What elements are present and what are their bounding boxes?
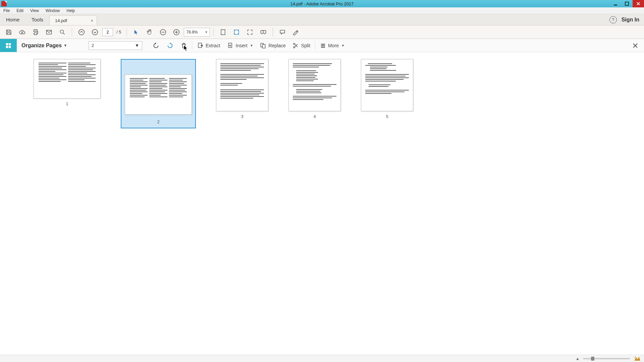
thumbnail-4[interactable]: 4: [288, 59, 341, 119]
split-label: Split: [301, 43, 310, 48]
zoom-value: 78.8%: [186, 30, 198, 35]
svg-rect-12: [9, 43, 11, 45]
organize-title-label: Organize Pages: [21, 43, 62, 49]
page-thumbnail[interactable]: [288, 59, 341, 111]
svg-rect-15: [198, 43, 202, 47]
acrobat-app-icon: [1, 1, 7, 6]
organize-page-select[interactable]: 2 ▼: [89, 41, 142, 50]
organize-panel-icon[interactable]: [0, 39, 17, 52]
svg-rect-11: [6, 43, 8, 45]
menu-file[interactable]: File: [0, 7, 13, 14]
separator: [126, 28, 127, 37]
thumbnail-5[interactable]: 5: [361, 59, 413, 119]
organize-toolbar: Organize Pages ▼ 2 ▼ Extract Insert ▼ Re…: [0, 39, 644, 52]
thumbnail-number: 3: [241, 114, 243, 119]
insert-button[interactable]: Insert ▼: [224, 40, 257, 51]
zoom-out-small-icon[interactable]: ▲: [576, 356, 580, 361]
svg-point-3: [60, 30, 63, 33]
page-thumbnail[interactable]: [34, 59, 101, 99]
save-icon[interactable]: [3, 27, 15, 38]
svg-point-24: [635, 357, 636, 358]
svg-rect-23: [321, 47, 325, 47]
document-tab[interactable]: 14.pdf ×: [49, 15, 97, 25]
extract-button[interactable]: Extract: [194, 40, 224, 51]
svg-rect-21: [321, 44, 325, 44]
fullscreen-icon[interactable]: [244, 27, 256, 38]
chevron-down-icon: ▼: [205, 31, 208, 34]
svg-point-5: [92, 29, 98, 35]
hand-tool-icon[interactable]: [144, 27, 156, 38]
organize-page-select-value: 2: [92, 43, 94, 48]
thumbnail-number: 2: [157, 119, 159, 124]
more-button[interactable]: More ▼: [317, 40, 348, 51]
page-number-input[interactable]: [102, 28, 113, 36]
cloud-upload-icon[interactable]: [16, 27, 28, 38]
thumbnail-number: 5: [386, 114, 388, 119]
menu-edit[interactable]: Edit: [13, 7, 27, 14]
titlebar: 14.pdf - Adobe Acrobat Pro 2017: [0, 0, 644, 7]
thumbnail-area[interactable]: 1 2: [0, 52, 644, 355]
minimize-button[interactable]: [610, 0, 621, 7]
chevron-down-icon: ▼: [135, 43, 139, 48]
sign-in-link[interactable]: Sign In: [622, 17, 639, 23]
rotate-cw-button[interactable]: [163, 40, 177, 51]
page-thumbnail[interactable]: [216, 59, 268, 111]
thumbnail-2-selected[interactable]: 2: [121, 59, 196, 128]
help-icon[interactable]: ?: [609, 16, 617, 23]
zoom-in-icon[interactable]: [170, 27, 182, 38]
page-total-label: / 5: [116, 29, 121, 35]
menu-window[interactable]: Window: [42, 7, 63, 14]
comment-icon[interactable]: [276, 27, 288, 38]
print-icon[interactable]: [30, 27, 42, 38]
thumbnail-number: 4: [313, 114, 316, 119]
svg-point-4: [79, 29, 85, 35]
main-toolbar: / 5 78.8% ▼: [0, 25, 644, 39]
split-button[interactable]: Split: [289, 40, 314, 51]
svg-rect-8: [221, 29, 225, 35]
window-title: 14.pdf - Adobe Acrobat Pro 2017: [290, 1, 354, 6]
svg-rect-13: [6, 46, 8, 48]
insert-label: Insert: [236, 43, 248, 48]
email-icon[interactable]: [43, 27, 55, 38]
organize-title-dropdown[interactable]: Organize Pages ▼: [17, 43, 72, 49]
separator: [192, 41, 192, 50]
replace-button[interactable]: Replace: [256, 40, 289, 51]
separator: [273, 28, 273, 37]
thumbnail-zoom-slider[interactable]: [583, 358, 630, 359]
search-icon[interactable]: [56, 27, 68, 38]
selection-tool-icon[interactable]: [130, 27, 142, 38]
svg-rect-1: [625, 2, 629, 5]
close-button[interactable]: [633, 0, 644, 7]
highlight-icon[interactable]: [290, 27, 302, 38]
zoom-out-icon[interactable]: [157, 27, 169, 38]
separator: [72, 28, 72, 37]
tab-home[interactable]: Home: [0, 14, 25, 25]
thumbnail-1[interactable]: 1: [34, 59, 101, 106]
document-tab-close-icon[interactable]: ×: [91, 18, 93, 23]
slider-handle[interactable]: [591, 357, 594, 361]
zoom-select[interactable]: 78.8% ▼: [184, 28, 210, 37]
delete-page-button[interactable]: [177, 40, 191, 51]
prev-page-icon[interactable]: [75, 27, 88, 38]
page-thumbnail[interactable]: [125, 74, 192, 115]
page-thumbnail[interactable]: [361, 59, 413, 111]
tab-tools[interactable]: Tools: [25, 14, 49, 25]
rotate-ccw-button[interactable]: [149, 40, 163, 51]
more-label: More: [328, 43, 339, 48]
chevron-down-icon: ▼: [250, 44, 253, 47]
statusbar: ▲: [0, 355, 644, 362]
corner-decoration: [633, 356, 641, 362]
fit-page-icon[interactable]: [230, 27, 243, 38]
menu-help[interactable]: Help: [63, 7, 78, 14]
tabstrip: Home Tools 14.pdf × ? Sign In: [0, 14, 644, 25]
organize-close-button[interactable]: [629, 39, 642, 52]
svg-rect-0: [614, 5, 617, 5]
next-page-icon[interactable]: [89, 27, 101, 38]
menu-view[interactable]: View: [27, 7, 42, 14]
maximize-button[interactable]: [621, 0, 633, 7]
svg-rect-14: [9, 46, 11, 48]
chevron-down-icon: ▼: [341, 44, 344, 47]
thumbnail-3[interactable]: 3: [216, 59, 268, 119]
fit-width-icon[interactable]: [217, 27, 229, 38]
read-mode-icon[interactable]: [257, 27, 269, 38]
